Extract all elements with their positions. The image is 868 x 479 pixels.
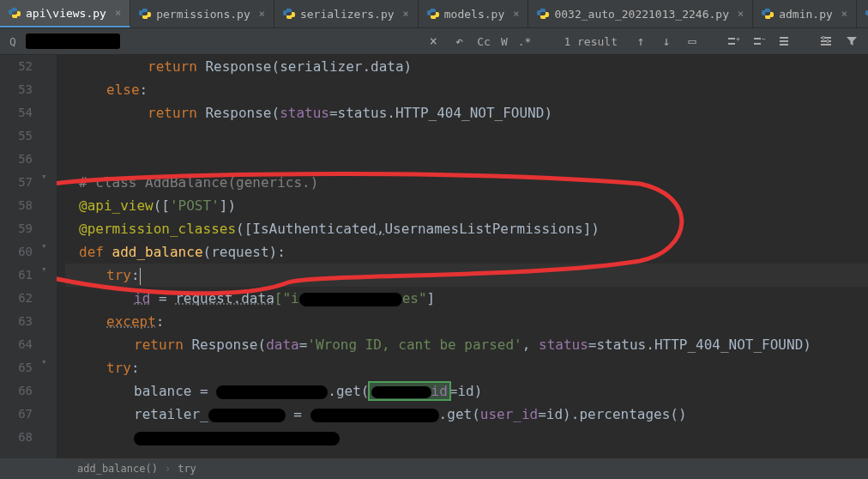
svg-text:−: − <box>762 35 766 43</box>
svg-rect-7 <box>780 40 788 42</box>
code-line: return Response(serializer.data) <box>65 55 868 78</box>
settings-icon[interactable] <box>817 32 835 51</box>
add-selection-icon[interactable]: + <box>724 32 743 51</box>
code-line <box>65 426 868 449</box>
code-line: @permission_classes([IsAuthenticated,Use… <box>65 217 868 240</box>
line-number: 56 <box>0 148 33 171</box>
close-icon[interactable]: × <box>738 8 744 20</box>
breadcrumb-item[interactable]: add_balance() <box>77 463 158 475</box>
code-line: return Response(status=status.HTTP_404_N… <box>65 101 868 124</box>
fold-mark-icon[interactable]: ▾ <box>41 240 47 252</box>
code-line: try: <box>65 356 868 379</box>
filter-icon[interactable] <box>842 32 861 51</box>
close-find-icon[interactable]: × <box>424 32 443 51</box>
code-line: else: <box>65 78 868 101</box>
code-line: def add_balance(request): <box>65 240 868 264</box>
line-number: 65 <box>0 356 33 379</box>
words-button[interactable]: W <box>499 32 509 51</box>
select-all-occurrences-icon[interactable] <box>775 32 794 51</box>
fold-mark-icon[interactable]: ▾ <box>41 264 47 275</box>
line-number: 63 <box>0 310 33 333</box>
line-number: 54 <box>0 101 33 124</box>
python-icon <box>283 8 295 20</box>
line-gutter: 5253545556575859606162636465666768 <box>0 55 39 458</box>
tab-label: 0032_auto_20221013_2246.py <box>554 8 729 21</box>
line-number: 64 <box>0 333 33 356</box>
svg-rect-8 <box>780 44 788 45</box>
code-line: @api_view(['POST']) <box>65 194 868 217</box>
result-count: 1 result <box>564 35 618 48</box>
svg-point-13 <box>827 40 829 43</box>
tab-label: serializers.py <box>300 8 395 21</box>
fold-mark-icon[interactable]: ▾ <box>41 356 47 367</box>
close-icon[interactable]: × <box>841 8 847 20</box>
select-all-icon[interactable]: ▭ <box>683 32 702 51</box>
code-line: except: <box>65 310 868 333</box>
svg-rect-4 <box>754 43 761 45</box>
match-case-button[interactable]: Cc <box>475 32 492 51</box>
next-match-icon[interactable]: ↓ <box>657 32 676 51</box>
python-icon <box>9 7 21 19</box>
svg-rect-0 <box>728 38 735 39</box>
svg-rect-1 <box>728 43 735 45</box>
search-input[interactable] <box>26 33 120 49</box>
code-line: # class AddBalance(generics.) <box>65 171 868 194</box>
tab-label: models.py <box>444 8 504 21</box>
line-number: 61 <box>0 264 33 287</box>
line-number: 57 <box>0 171 33 194</box>
breadcrumb: add_balance() › try <box>0 458 868 479</box>
line-number: 66 <box>0 379 33 403</box>
svg-point-12 <box>823 37 825 39</box>
remove-selection-icon[interactable]: − <box>750 32 769 51</box>
line-number: 53 <box>0 78 33 101</box>
svg-rect-11 <box>821 44 831 45</box>
tab-label: api\views.py <box>26 7 106 20</box>
fold-mark-icon[interactable]: ▾ <box>41 171 47 182</box>
regex-button[interactable]: .* <box>516 32 533 51</box>
code-line: id = request.data["ies"] <box>65 287 868 310</box>
tab-serializers[interactable]: serializers.py × <box>274 0 419 27</box>
code-line <box>65 148 868 171</box>
search-label: Q <box>7 35 19 48</box>
tab-models[interactable]: models.py × <box>419 0 529 27</box>
close-icon[interactable]: × <box>259 8 265 20</box>
svg-rect-3 <box>754 38 761 39</box>
svg-text:+: + <box>736 35 740 43</box>
tab-migration[interactable]: 0032_auto_20221013_2246.py × <box>528 0 753 27</box>
tab-label: admin.py <box>779 8 833 21</box>
prev-occurrence-icon[interactable]: ↶ <box>449 32 468 51</box>
fold-column: ▾ ▾ ▾ ▾ <box>39 55 57 458</box>
line-number: 62 <box>0 287 33 310</box>
code-content[interactable]: return Response(serializer.data) else: r… <box>57 55 868 458</box>
breadcrumb-item[interactable]: try <box>178 463 196 475</box>
tab-overflow[interactable] <box>857 0 868 27</box>
line-number: 60 <box>0 240 33 264</box>
close-icon[interactable]: × <box>513 8 519 20</box>
tab-label: permissions.py <box>156 8 250 21</box>
python-icon <box>139 8 151 20</box>
line-number: 67 <box>0 403 33 426</box>
tab-permissions[interactable]: permissions.py × <box>130 0 274 27</box>
code-line: retailer_ = .get(user_id=id).percentages… <box>65 403 868 426</box>
line-number: 52 <box>0 55 33 78</box>
find-toolbar: Q × ↶ Cc W .* 1 result ↑ ↓ ▭ + − <box>0 27 868 55</box>
code-line: return Response(data='Wrong ID, cant be … <box>65 333 868 356</box>
code-line <box>65 124 868 148</box>
line-number: 59 <box>0 217 33 240</box>
text-caret <box>140 268 141 285</box>
close-icon[interactable]: × <box>403 8 409 20</box>
python-icon <box>427 8 439 20</box>
line-number: 55 <box>0 124 33 148</box>
line-number: 58 <box>0 194 33 217</box>
python-icon <box>537 8 549 20</box>
chevron-right-icon: › <box>165 463 171 475</box>
code-line-current: try: <box>65 264 868 287</box>
tab-admin[interactable]: admin.py × <box>753 0 857 27</box>
code-line: balance = .get(id=id) <box>65 379 868 403</box>
prev-match-icon[interactable]: ↑ <box>631 32 650 51</box>
tab-views[interactable]: api\views.py × <box>0 0 130 27</box>
code-editor[interactable]: 5253545556575859606162636465666768 ▾ ▾ ▾… <box>0 55 868 458</box>
close-icon[interactable]: × <box>115 7 121 19</box>
line-number: 68 <box>0 426 33 449</box>
editor-tabs: api\views.py × permissions.py × serializ… <box>0 0 868 27</box>
